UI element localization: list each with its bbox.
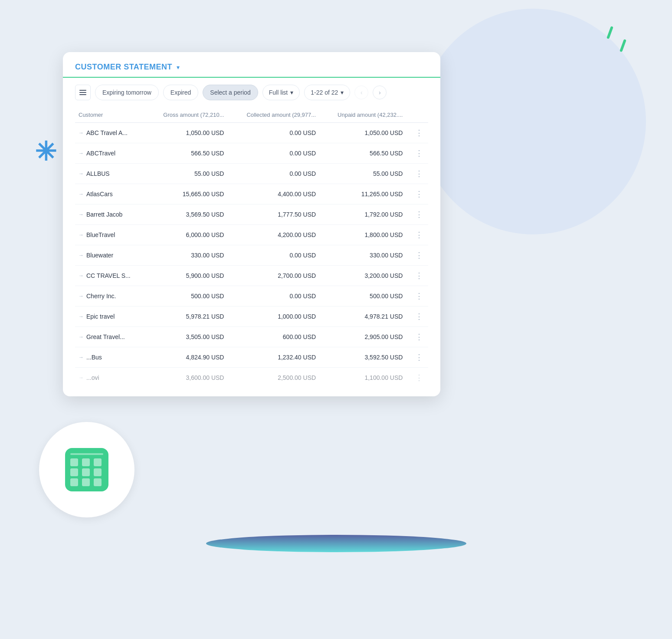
row-actions-cell: ⋮ [406, 327, 428, 347]
customer-name[interactable]: Epic travel [86, 313, 115, 320]
customer-name[interactable]: BlueTravel [86, 231, 115, 238]
green-dash-1 [606, 26, 613, 39]
row-arrow-icon: → [79, 354, 84, 360]
more-options-button[interactable]: ⋮ [413, 231, 425, 239]
customer-cell: →...ovi [75, 368, 146, 388]
table-row: →...Bus4,824.90 USD1,232.40 USD3,592.50 … [75, 347, 428, 368]
column-header-actions [406, 107, 428, 123]
prev-page-button[interactable]: ‹ [354, 86, 368, 99]
customer-name[interactable]: Bluewater [86, 252, 113, 259]
more-options-button[interactable]: ⋮ [413, 292, 425, 300]
gross-amount: 566.50 USD [146, 143, 227, 164]
customer-cell: →...Bus [75, 347, 146, 368]
unpaid-amount: 4,978.21 USD [319, 306, 406, 327]
table-wrapper: Customer Gross amount (72,210... Collect… [63, 107, 440, 388]
expiring-tomorrow-button[interactable]: Expiring tomorrow [95, 85, 159, 100]
collected-amount: 600.00 USD [227, 327, 319, 347]
more-options-button[interactable]: ⋮ [413, 190, 425, 198]
calc-btn [82, 468, 90, 476]
row-arrow-icon: → [79, 130, 84, 136]
customer-name[interactable]: Barrett Jacob [86, 211, 122, 218]
chevron-down-icon: ▾ [290, 89, 293, 96]
collected-amount: 4,200.00 USD [227, 225, 319, 245]
asterisk-decoration: ✳ [35, 139, 56, 165]
calculator-icon [65, 448, 108, 491]
header-row: Customer Gross amount (72,210... Collect… [75, 107, 428, 123]
expired-button[interactable]: Expired [163, 85, 198, 100]
row-actions-cell: ⋮ [406, 306, 428, 327]
customer-name[interactable]: ...Bus [86, 354, 102, 361]
customer-name[interactable]: Cherry Inc. [86, 293, 116, 300]
more-options-button[interactable]: ⋮ [413, 210, 425, 219]
column-header-collected: Collected amount (29,977... [227, 107, 319, 123]
more-options-button[interactable]: ⋮ [413, 169, 425, 178]
table-row: →AtlasCars15,665.00 USD4,400.00 USD11,26… [75, 184, 428, 204]
more-options-button[interactable]: ⋮ [413, 149, 425, 158]
row-arrow-icon: → [79, 375, 84, 381]
unpaid-amount: 2,905.00 USD [319, 327, 406, 347]
full-list-label: Full list [269, 89, 288, 96]
customer-cell: →ABCTravel [75, 143, 146, 164]
next-page-button[interactable]: › [373, 86, 387, 99]
table-row: →ABCTravel566.50 USD0.00 USD566.50 USD⋮ [75, 143, 428, 164]
calc-btn [94, 478, 102, 486]
row-actions-cell: ⋮ [406, 184, 428, 204]
customer-name[interactable]: ALLBUS [86, 170, 110, 177]
customer-cell: →Great Travel... [75, 327, 146, 347]
bg-circle-large [420, 9, 646, 234]
more-options-button[interactable]: ⋮ [413, 353, 425, 362]
customer-name[interactable]: AtlasCars [86, 191, 113, 198]
customer-name[interactable]: CC TRAVEL S... [86, 272, 131, 279]
unpaid-amount: 1,050.00 USD [319, 123, 406, 143]
gross-amount: 5,978.21 USD [146, 306, 227, 327]
full-list-selector[interactable]: Full list ▾ [262, 85, 300, 100]
menu-line [79, 94, 86, 95]
table-row: →ALLBUS55.00 USD0.00 USD55.00 USD⋮ [75, 164, 428, 184]
card-header: CUSTOMER STATEMENT ▾ [63, 52, 440, 78]
more-options-button[interactable]: ⋮ [413, 271, 425, 280]
unpaid-amount: 500.00 USD [319, 286, 406, 306]
collected-amount: 1,777.50 USD [227, 204, 319, 225]
customer-cell: →Epic travel [75, 306, 146, 327]
unpaid-amount: 11,265.00 USD [319, 184, 406, 204]
table-row: →BlueTravel6,000.00 USD4,200.00 USD1,800… [75, 225, 428, 245]
table-row: →CC TRAVEL S...5,900.00 USD2,700.00 USD3… [75, 266, 428, 286]
more-options-button[interactable]: ⋮ [413, 333, 425, 341]
chevron-down-icon: ▾ [341, 89, 344, 96]
more-options-button[interactable]: ⋮ [413, 312, 425, 321]
row-arrow-icon: → [79, 293, 84, 299]
select-period-button[interactable]: Select a period [203, 85, 258, 100]
collected-amount: 0.00 USD [227, 123, 319, 143]
collected-amount: 0.00 USD [227, 286, 319, 306]
gross-amount: 3,505.00 USD [146, 327, 227, 347]
calc-btn [70, 478, 78, 486]
row-arrow-icon: → [79, 232, 84, 238]
customer-name[interactable]: ...ovi [86, 374, 99, 381]
unpaid-amount: 55.00 USD [319, 164, 406, 184]
row-actions-cell: ⋮ [406, 164, 428, 184]
more-options-button[interactable]: ⋮ [413, 128, 425, 137]
calc-screen [70, 453, 103, 455]
pagination-info[interactable]: 1-22 of 22 ▾ [304, 85, 350, 100]
unpaid-amount: 330.00 USD [319, 245, 406, 266]
row-actions-cell: ⋮ [406, 225, 428, 245]
gross-amount: 5,900.00 USD [146, 266, 227, 286]
menu-button[interactable] [75, 85, 91, 100]
calculator-circle [39, 422, 134, 517]
customer-name[interactable]: Great Travel... [86, 333, 125, 340]
row-actions-cell: ⋮ [406, 143, 428, 164]
more-options-button[interactable]: ⋮ [413, 251, 425, 260]
collected-amount: 0.00 USD [227, 143, 319, 164]
customer-statement-card: CUSTOMER STATEMENT ▾ Expiring tomorrow E… [63, 52, 440, 396]
chevron-down-icon[interactable]: ▾ [177, 64, 180, 71]
row-arrow-icon: → [79, 334, 84, 340]
row-arrow-icon: → [79, 171, 84, 177]
customer-name[interactable]: ABCTravel [86, 150, 115, 157]
customer-name[interactable]: ABC Travel A... [86, 129, 128, 136]
row-arrow-icon: → [79, 191, 84, 197]
customer-cell: →ABC Travel A... [75, 123, 146, 143]
unpaid-amount: 3,200.00 USD [319, 266, 406, 286]
gross-amount: 55.00 USD [146, 164, 227, 184]
more-options-button[interactable]: ⋮ [413, 373, 425, 382]
table-row: →...ovi3,600.00 USD2,500.00 USD1,100.00 … [75, 368, 428, 388]
